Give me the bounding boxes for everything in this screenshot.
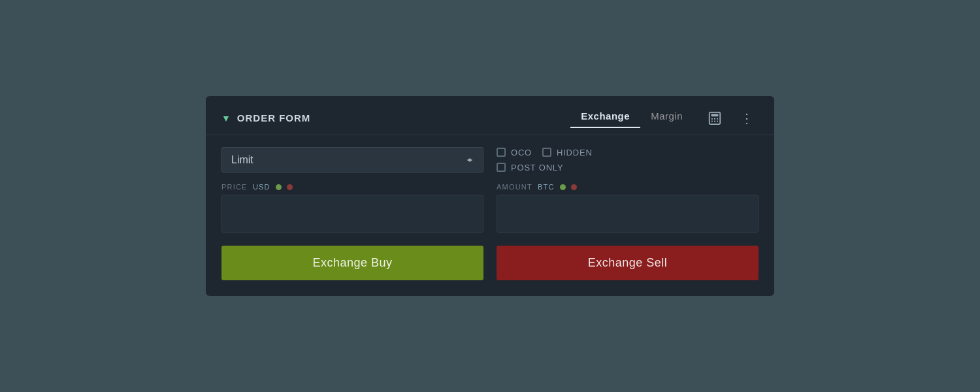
amount-field-container: AMOUNT BTC (497, 183, 759, 233)
calculator-button[interactable] (704, 110, 726, 127)
svg-point-5 (711, 120, 713, 122)
panel-title: ORDER FORM (237, 112, 311, 123)
hidden-label: HIDDEN (557, 148, 593, 157)
form-row-fields: PRICE USD AMOUNT BTC (221, 183, 759, 233)
tab-group: Exchange Margin (570, 108, 693, 128)
more-options-button[interactable]: ⋮ (736, 109, 759, 127)
calculator-icon (708, 111, 722, 125)
hidden-checkbox-box (542, 148, 551, 157)
panel-body: Limit Market Stop Stop Limit Trailing St… (206, 135, 774, 280)
buy-button[interactable]: Exchange Buy (221, 246, 483, 280)
price-input[interactable] (221, 195, 483, 233)
more-icon: ⋮ (740, 110, 755, 126)
order-type-container: Limit Market Stop Stop Limit Trailing St… (221, 147, 483, 172)
amount-label-row: AMOUNT BTC (497, 183, 759, 191)
button-row: Exchange Buy Exchange Sell (221, 246, 759, 280)
hidden-checkbox[interactable]: HIDDEN (542, 148, 593, 157)
amount-input[interactable] (497, 195, 759, 233)
svg-point-6 (714, 120, 715, 122)
svg-point-2 (711, 118, 713, 119)
price-label-row: PRICE USD (221, 183, 483, 191)
price-label: PRICE USD (221, 183, 270, 191)
oco-checkbox[interactable]: OCO (497, 148, 532, 157)
order-form-panel: ▼ ORDER FORM Exchange Margin ⋮ (206, 96, 774, 296)
price-dot-red (287, 184, 293, 190)
svg-point-3 (714, 118, 715, 119)
svg-point-4 (717, 118, 718, 119)
checkbox-row-1: OCO HIDDEN (497, 148, 759, 157)
panel-header: ▼ ORDER FORM Exchange Margin ⋮ (206, 96, 774, 128)
post-only-checkbox[interactable]: POST ONLY (497, 163, 563, 172)
chevron-down-icon[interactable]: ▼ (221, 113, 231, 123)
post-only-checkbox-box (497, 163, 506, 172)
order-type-select[interactable]: Limit Market Stop Stop Limit Trailing St… (221, 147, 483, 172)
panel-title-group: ▼ ORDER FORM (221, 112, 560, 123)
amount-dot-green (560, 184, 566, 190)
amount-label: AMOUNT BTC (497, 183, 555, 191)
price-field-container: PRICE USD (221, 183, 483, 233)
sell-button[interactable]: Exchange Sell (497, 246, 759, 280)
amount-dot-red (571, 184, 577, 190)
checkbox-row-2: POST ONLY (497, 163, 759, 172)
oco-label: OCO (511, 148, 532, 157)
form-row-top: Limit Market Stop Stop Limit Trailing St… (221, 147, 759, 172)
oco-checkbox-box (497, 148, 506, 157)
svg-point-7 (717, 120, 718, 122)
checkbox-group: OCO HIDDEN POST ONLY (497, 148, 759, 172)
tab-margin[interactable]: Margin (640, 108, 693, 128)
tab-exchange[interactable]: Exchange (570, 108, 640, 128)
svg-rect-1 (711, 114, 719, 116)
price-dot-green (276, 184, 282, 190)
post-only-label: POST ONLY (511, 163, 563, 172)
checkbox-container: OCO HIDDEN POST ONLY (497, 147, 759, 172)
